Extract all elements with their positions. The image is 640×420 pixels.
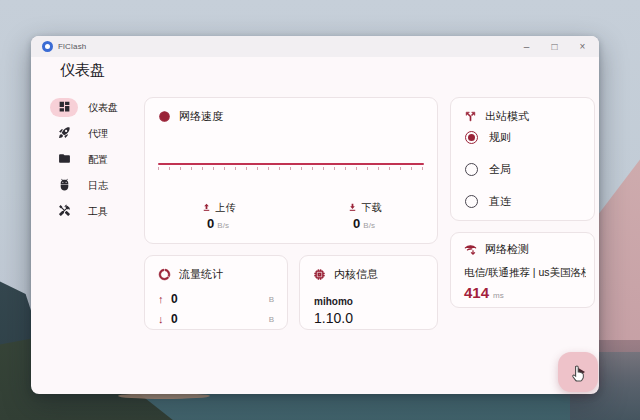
sidebar-nav: 仪表盘 代理 配置 日志 [41, 96, 143, 223]
speed-summary: 上传 0B/s 下载 0B/s [145, 201, 437, 231]
app-window: FlClash – □ × 仪表盘 仪表盘 代理 [31, 36, 599, 394]
mode-option-label: 规则 [489, 130, 511, 145]
mode-option-rule[interactable]: 规则 [465, 130, 511, 145]
network-check-node: 电信/联通推荐 | us美国洛杉... [464, 266, 586, 280]
rocket-icon [58, 125, 71, 143]
download-unit: B/s [363, 221, 375, 230]
arrow-down-icon: ↓ [158, 313, 171, 325]
latency-unit: ms [493, 291, 504, 300]
traffic-down-row: ↓ 0 B [158, 312, 274, 326]
core-name: mihomo [314, 296, 353, 307]
network-speed-header: 网络速度 [145, 98, 437, 124]
traffic-stats-card: 流量统计 ↑ 0 B ↓ 0 B [144, 255, 288, 330]
outbound-mode-card: 出站模式 规则 全局 直连 [450, 97, 595, 221]
mode-option-global[interactable]: 全局 [465, 162, 511, 177]
network-speed-card: 网络速度 上传 0B/s [144, 97, 438, 244]
traffic-up-unit: B [269, 295, 274, 304]
adb-icon [58, 177, 71, 195]
network-check-card[interactable]: 网络检测 电信/联通推荐 | us美国洛杉... 414 ms [450, 232, 595, 308]
card-title: 内核信息 [334, 267, 378, 282]
sidebar-item-label: 代理 [88, 127, 108, 141]
radio-icon [465, 195, 478, 208]
card-title: 出站模式 [485, 109, 529, 124]
network-check-header: 网络检测 [451, 233, 594, 257]
start-proxy-fab[interactable] [558, 352, 598, 392]
sidebar-item-label: 配置 [88, 153, 108, 167]
titlebar[interactable]: FlClash – □ × [31, 36, 599, 57]
traffic-down-value: 0 [171, 312, 178, 326]
download-summary: 下载 0B/s [291, 201, 437, 231]
page-title: 仪表盘 [60, 61, 105, 80]
card-title: 网络速度 [179, 109, 223, 124]
dashboard-icon [58, 99, 71, 117]
memory-chip-icon [313, 268, 326, 281]
speed-chart [158, 163, 424, 170]
outbound-mode-header: 出站模式 [451, 98, 594, 124]
sidebar-item-label: 仪表盘 [88, 101, 118, 115]
card-title: 网络检测 [485, 242, 529, 257]
mode-option-label: 直连 [489, 194, 511, 209]
app-logo-icon [42, 41, 53, 52]
upload-icon [201, 202, 212, 215]
sidebar-item-logs[interactable]: 日志 [41, 174, 143, 197]
app-title: FlClash [58, 42, 87, 51]
sidebar-item-proxies[interactable]: 代理 [41, 122, 143, 145]
download-icon [347, 202, 358, 215]
radio-icon [465, 163, 478, 176]
wifi-test-icon [464, 243, 477, 256]
window-controls: – □ × [521, 36, 588, 57]
speedometer-icon [158, 110, 171, 123]
speed-chart-ticks [158, 167, 424, 170]
core-version: 1.10.0 [314, 310, 353, 326]
traffic-up-value: 0 [171, 292, 178, 306]
play-icon [575, 366, 585, 378]
core-info-card: 内核信息 mihomo 1.10.0 [299, 255, 438, 330]
close-button[interactable]: × [577, 36, 588, 57]
mode-option-label: 全局 [489, 162, 511, 177]
card-title: 流量统计 [179, 267, 223, 282]
traffic-up-row: ↑ 0 B [158, 292, 274, 306]
arrow-up-icon: ↑ [158, 293, 171, 305]
data-usage-icon [158, 268, 171, 281]
download-label: 下载 [362, 201, 382, 215]
speed-chart-line [158, 163, 424, 165]
traffic-down-unit: B [269, 315, 274, 324]
upload-value: 0 [207, 216, 214, 231]
traffic-stats-header: 流量统计 [145, 256, 287, 282]
minimize-button[interactable]: – [521, 36, 532, 57]
upload-unit: B/s [217, 221, 229, 230]
maximize-button[interactable]: □ [549, 36, 560, 57]
mode-option-direct[interactable]: 直连 [465, 194, 511, 209]
network-check-latency: 414 ms [464, 284, 504, 301]
upload-label: 上传 [216, 201, 236, 215]
call-split-icon [464, 110, 477, 123]
core-info-header: 内核信息 [300, 256, 437, 282]
sidebar-item-tools[interactable]: 工具 [41, 200, 143, 223]
sidebar-item-dashboard[interactable]: 仪表盘 [41, 96, 143, 119]
sidebar-item-label: 工具 [88, 205, 108, 219]
folder-icon [58, 151, 71, 169]
tools-icon [58, 203, 71, 221]
sidebar-item-profiles[interactable]: 配置 [41, 148, 143, 171]
latency-value: 414 [464, 284, 489, 301]
download-value: 0 [353, 216, 360, 231]
radio-selected-icon [465, 131, 478, 144]
upload-summary: 上传 0B/s [145, 201, 291, 231]
sidebar-item-label: 日志 [88, 179, 108, 193]
desktop: FlClash – □ × 仪表盘 仪表盘 代理 [0, 0, 640, 420]
